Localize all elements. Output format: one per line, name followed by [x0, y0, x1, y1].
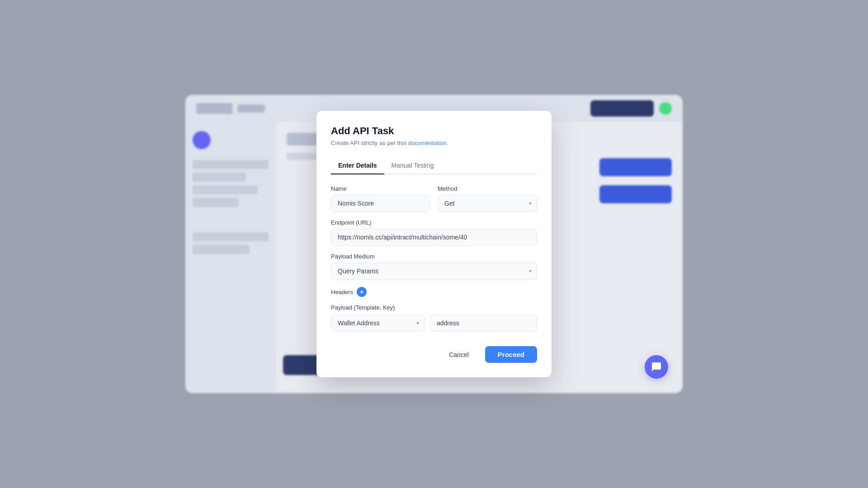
- payload-medium-select[interactable]: Query Params Body Headers: [331, 263, 537, 280]
- payload-medium-select-wrapper: Query Params Body Headers ▾: [331, 263, 537, 280]
- endpoint-label: Endpoint (URL): [331, 219, 537, 226]
- modal-subtitle: Create API strictly as per this document…: [331, 140, 537, 146]
- payload-template-row: Wallet Address User ID Email ▾: [331, 314, 537, 332]
- modal-footer: Cancel Proceed: [331, 346, 537, 363]
- payload-template-label: Payload (Template, Key): [331, 304, 537, 311]
- chat-icon: [651, 361, 662, 372]
- headers-label: Headers: [331, 289, 353, 296]
- method-label: Method: [438, 185, 537, 192]
- payload-template-group: Payload (Template, Key) Wallet Address U…: [331, 304, 537, 332]
- endpoint-row: Endpoint (URL): [331, 219, 537, 246]
- add-header-button[interactable]: +: [357, 287, 367, 297]
- payload-medium-group: Payload Medium Query Params Body Headers…: [331, 253, 537, 280]
- name-input[interactable]: [331, 195, 430, 212]
- name-label: Name: [331, 185, 430, 192]
- payload-template-select[interactable]: Wallet Address User ID Email: [331, 314, 425, 332]
- payload-key-input[interactable]: [430, 314, 537, 332]
- chat-bubble-button[interactable]: [645, 355, 668, 379]
- modal-tabs: Enter Details Manual Testing: [331, 157, 537, 174]
- endpoint-input[interactable]: [331, 229, 537, 246]
- endpoint-field-group: Endpoint (URL): [331, 219, 537, 246]
- cancel-button[interactable]: Cancel: [438, 347, 480, 363]
- name-method-row: Name Method Get Post Put Delete ▾: [331, 185, 537, 212]
- headers-row: Headers +: [331, 287, 537, 297]
- modal-title: Add API Task: [331, 125, 537, 137]
- tab-manual-testing[interactable]: Manual Testing: [384, 157, 441, 174]
- proceed-button[interactable]: Proceed: [485, 346, 537, 363]
- method-select[interactable]: Get Post Put Delete: [438, 195, 537, 212]
- name-field-group: Name: [331, 185, 430, 212]
- tab-enter-details[interactable]: Enter Details: [331, 157, 384, 174]
- method-select-wrapper: Get Post Put Delete ▾: [438, 195, 537, 212]
- add-api-task-modal: Add API Task Create API strictly as per …: [316, 111, 552, 377]
- payload-medium-label: Payload Medium: [331, 253, 537, 260]
- documentation-link[interactable]: documentation.: [408, 140, 448, 146]
- modal-overlay: Add API Task Create API strictly as per …: [185, 95, 683, 393]
- payload-medium-row: Payload Medium Query Params Body Headers…: [331, 253, 537, 280]
- method-field-group: Method Get Post Put Delete ▾: [438, 185, 537, 212]
- payload-template-select-wrapper: Wallet Address User ID Email ▾: [331, 314, 425, 332]
